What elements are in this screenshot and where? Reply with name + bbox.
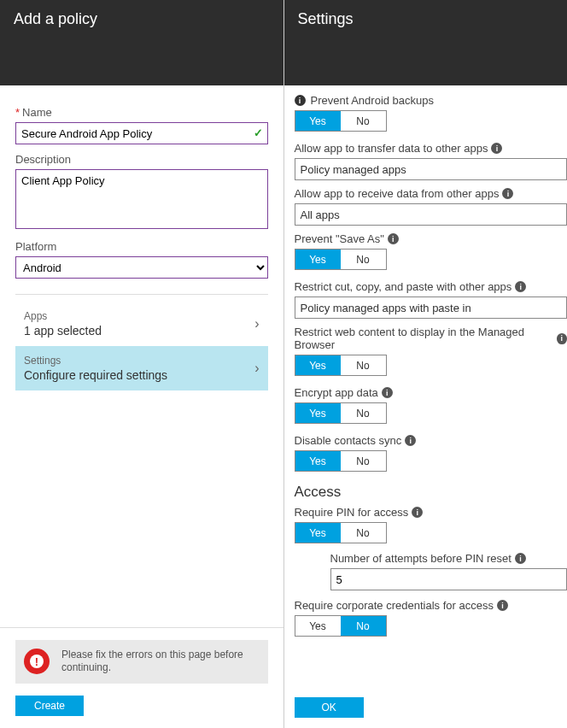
error-icon: ! <box>24 649 50 674</box>
name-label: * Name <box>15 106 268 119</box>
encrypt-toggle[interactable]: Yes No <box>295 402 387 424</box>
add-policy-title: Add a policy <box>14 10 97 27</box>
toggle-yes[interactable]: Yes <box>295 451 341 471</box>
toggle-yes[interactable]: Yes <box>295 403 341 423</box>
require-pin-label: Require PIN for access i <box>295 506 568 519</box>
error-text: Please fix the errors on this page befor… <box>61 649 260 675</box>
required-asterisk: * <box>15 106 20 119</box>
restrict-web-toggle[interactable]: Yes No <box>295 355 387 376</box>
apps-nav-item[interactable]: Apps 1 app selected › <box>15 302 268 346</box>
receive-from-select[interactable]: All apps <box>295 203 568 226</box>
settings-panel-title: Settings <box>298 10 354 27</box>
toggle-no[interactable]: No <box>341 616 386 636</box>
info-icon: i <box>491 143 502 154</box>
toggle-yes[interactable]: Yes <box>295 250 341 269</box>
create-button[interactable]: Create <box>15 696 84 716</box>
info-icon: i <box>412 507 423 518</box>
info-icon: i <box>502 188 513 199</box>
info-icon: i <box>405 435 416 446</box>
prevent-saveas-toggle[interactable]: Yes No <box>295 249 387 270</box>
restrict-copy-select[interactable]: Policy managed apps with paste in <box>295 296 568 319</box>
pin-attempts-input[interactable] <box>330 568 568 590</box>
restrict-copy-label: Restrict cut, copy, and paste with other… <box>295 280 568 293</box>
apps-title: Apps <box>24 310 102 322</box>
settings-header: Settings <box>284 0 568 85</box>
checkmark-icon: ✓ <box>254 126 263 139</box>
disable-contacts-label: Disable contacts sync i <box>295 434 568 447</box>
toggle-yes[interactable]: Yes <box>295 616 341 636</box>
prevent-backup-label: i Prevent Android backups <box>295 94 568 107</box>
info-icon: i <box>388 233 399 244</box>
apps-subtitle: 1 app selected <box>24 324 102 338</box>
chevron-right-icon: › <box>254 361 259 376</box>
require-pin-toggle[interactable]: Yes No <box>295 522 387 543</box>
description-textarea[interactable]: Client App Policy <box>15 169 268 229</box>
platform-label: Platform <box>15 240 268 253</box>
settings-panel: Settings i Prevent Android backups Yes N… <box>284 0 568 728</box>
toggle-yes[interactable]: Yes <box>295 111 341 131</box>
add-policy-header: Add a policy <box>0 0 284 85</box>
toggle-no[interactable]: No <box>341 111 386 131</box>
toggle-no[interactable]: No <box>341 523 386 543</box>
toggle-yes[interactable]: Yes <box>295 355 341 375</box>
settings-subtitle: Configure required settings <box>24 368 167 382</box>
disable-contacts-toggle[interactable]: Yes No <box>295 450 387 472</box>
require-corp-toggle[interactable]: Yes No <box>295 615 387 637</box>
divider <box>15 294 268 295</box>
restrict-web-label: Restrict web content to display in the M… <box>295 326 568 351</box>
info-icon: i <box>515 281 526 292</box>
info-icon: i <box>515 553 526 564</box>
encrypt-label: Encrypt app data i <box>295 386 568 399</box>
toggle-yes[interactable]: Yes <box>295 523 341 543</box>
pin-attempts-label: Number of attempts before PIN reset i <box>330 552 568 565</box>
toggle-no[interactable]: No <box>341 355 386 375</box>
name-input[interactable] <box>15 122 268 144</box>
toggle-no[interactable]: No <box>341 403 386 423</box>
prevent-saveas-label: Prevent "Save As" i <box>295 232 568 245</box>
info-icon: i <box>557 333 567 344</box>
info-icon: i <box>497 600 508 611</box>
info-icon: i <box>382 387 393 398</box>
settings-title: Settings <box>24 355 167 367</box>
description-label: Description <box>15 153 268 166</box>
chevron-right-icon: › <box>254 316 259 332</box>
platform-select[interactable]: Android <box>15 256 268 279</box>
access-heading: Access <box>295 484 568 501</box>
toggle-no[interactable]: No <box>341 451 386 471</box>
settings-nav-item[interactable]: Settings Configure required settings › <box>15 346 268 390</box>
receive-from-label: Allow app to receive data from other app… <box>295 187 568 200</box>
transfer-to-select[interactable]: Policy managed apps <box>295 158 568 180</box>
error-banner: ! Please fix the errors on this page bef… <box>15 640 268 684</box>
toggle-no[interactable]: No <box>341 250 386 269</box>
info-icon: i <box>295 95 306 106</box>
prevent-backup-toggle[interactable]: Yes No <box>295 110 387 132</box>
require-corp-label: Require corporate credentials for access… <box>295 599 568 612</box>
ok-button[interactable]: OK <box>295 697 364 718</box>
add-policy-panel: Add a policy * Name ✓ Description Client… <box>0 0 284 728</box>
transfer-to-label: Allow app to transfer data to other apps… <box>295 142 568 155</box>
